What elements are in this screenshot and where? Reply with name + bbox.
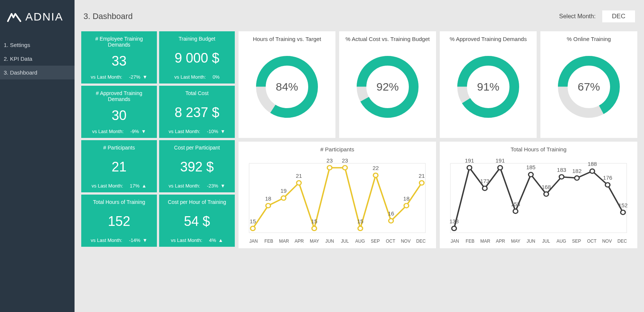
axis-month: OCT	[383, 239, 398, 244]
donut-card-1: % Actual Cost vs. Training Budget92%	[339, 31, 436, 138]
svg-text:183: 183	[557, 167, 566, 173]
kpi-delta-value: 4%	[209, 237, 216, 243]
kpi-title: Cost per Hour of Training	[168, 199, 226, 205]
mini-plot: 151819211523231522161821	[244, 155, 430, 237]
sidebar: ADNIA 1. Settings2. KPI Data3. Dashboard	[0, 0, 75, 312]
kpi-delta: -10%▼	[207, 129, 225, 134]
svg-point-40	[544, 192, 548, 196]
logo-text: ADNIA	[25, 10, 63, 23]
kpi-card-1: Training Budget9 000 $vs Last Month:0%	[159, 31, 235, 83]
svg-text:19: 19	[281, 188, 287, 194]
donut-card-0: Hours of Training vs. Target84%	[239, 31, 335, 138]
svg-text:23: 23	[326, 158, 333, 163]
kpi-value: 33	[111, 53, 126, 69]
svg-text:152: 152	[618, 202, 628, 208]
donut-chart: 92%	[354, 53, 421, 120]
kpi-delta: -9%▼	[130, 129, 146, 134]
month-select-label: Select Month:	[559, 13, 596, 20]
svg-point-38	[513, 209, 518, 214]
axis-month: JUL	[337, 239, 353, 244]
axis-month: JAN	[447, 239, 463, 244]
svg-text:168: 168	[542, 184, 551, 190]
kpi-delta-value: -9%	[130, 129, 139, 134]
mini-title: # Participants	[244, 146, 430, 152]
kpi-title: Total Cost	[185, 90, 208, 96]
kpi-title: Total Hours of Training	[93, 199, 145, 205]
trend-up-icon: ▲	[142, 183, 146, 189]
kpi-footer: vs Last Month:17%▲	[85, 183, 153, 189]
svg-point-20	[419, 181, 424, 185]
kpi-foot-label: vs Last Month:	[91, 74, 123, 80]
donut-chart: 67%	[555, 53, 622, 120]
svg-text:188: 188	[588, 161, 597, 167]
kpi-foot-label: vs Last Month:	[174, 74, 206, 80]
axis-month: FEB	[261, 239, 277, 244]
month-select-value[interactable]: DEC	[602, 10, 635, 22]
svg-text:191: 191	[465, 158, 474, 163]
mini-row: # Participants151819211523231522161821JA…	[239, 142, 637, 248]
kpi-delta: -23%▼	[207, 183, 225, 189]
kpi-delta-value: 0%	[212, 74, 220, 80]
sidebar-item-0[interactable]: 1. Settings	[0, 38, 75, 52]
kpi-card-7: Cost per Hour of Training54 $vs Last Mon…	[159, 195, 235, 247]
kpi-foot-label: vs Last Month:	[169, 183, 201, 189]
trend-down-icon: ▼	[143, 74, 148, 80]
svg-point-39	[528, 173, 533, 177]
kpi-footer: vs Last Month:4%▲	[163, 237, 231, 243]
donut-chart: 84%	[253, 53, 321, 120]
svg-text:15: 15	[357, 218, 363, 224]
axis-month: FEB	[463, 239, 478, 244]
kpi-card-6: Total Hours of Training152vs Last Month:…	[81, 195, 157, 247]
axis-month: MAR	[478, 239, 493, 244]
topbar: 3. Dashboard Select Month: DEC	[81, 0, 637, 31]
svg-point-37	[498, 166, 502, 170]
kpi-delta: 4%▲	[209, 237, 223, 243]
kpi-footer: vs Last Month:-10%▼	[163, 129, 231, 134]
axis-month: JUN	[523, 239, 539, 244]
axis-labels: JANFEBMARAPRMAYJUNJULAUGSEPOCTNOVDEC	[244, 237, 430, 245]
trend-down-icon: ▼	[141, 129, 146, 134]
mini-plot: 138191173191153185168183182188176152	[446, 155, 631, 237]
donut-card-2: % Approved Training Demands91%	[440, 31, 537, 138]
axis-month: OCT	[584, 239, 599, 244]
svg-text:153: 153	[511, 201, 520, 207]
donut-title: % Approved Training Demands	[450, 36, 527, 42]
axis-month: DEC	[413, 239, 429, 244]
svg-point-18	[389, 219, 393, 223]
svg-point-41	[559, 175, 564, 179]
month-select: Select Month: DEC	[559, 10, 635, 22]
kpi-foot-label: vs Last Month:	[171, 237, 202, 243]
sidebar-item-1[interactable]: 2. KPI Data	[0, 52, 75, 66]
donut-chart: 91%	[455, 53, 522, 120]
kpi-foot-label: vs Last Month:	[91, 237, 123, 243]
axis-month: NOV	[599, 239, 615, 244]
axis-month: AUG	[554, 239, 569, 244]
donut-percent: 84%	[253, 53, 321, 120]
trend-down-icon: ▼	[221, 129, 225, 134]
svg-text:16: 16	[388, 211, 394, 217]
kpi-foot-label: vs Last Month:	[169, 129, 201, 134]
axis-month: AUG	[353, 239, 368, 244]
kpi-delta-value: 17%	[130, 183, 139, 189]
axis-month: JAN	[246, 239, 261, 244]
kpi-delta: -14%▼	[129, 237, 147, 243]
kpi-grid: # Employee Training Demands33vs Last Mon…	[81, 31, 235, 248]
donut-percent: 92%	[354, 53, 421, 120]
svg-point-16	[358, 226, 363, 231]
kpi-foot-label: vs Last Month:	[92, 129, 124, 134]
axis-month: JUL	[539, 239, 554, 244]
kpi-card-4: # Participants21vs Last Month:17%▲	[81, 140, 157, 192]
kpi-value: 21	[111, 159, 126, 175]
kpi-title: Cost per Participant	[174, 145, 220, 151]
svg-point-43	[590, 169, 594, 173]
right-column: Hours of Training vs. Target84%% Actual …	[239, 31, 637, 248]
axis-month: MAY	[508, 239, 523, 244]
donut-card-3: % Online Training67%	[540, 31, 637, 138]
axis-month: SEP	[569, 239, 584, 244]
svg-point-44	[605, 183, 610, 187]
svg-text:21: 21	[419, 173, 425, 179]
sidebar-item-2[interactable]: 3. Dashboard	[0, 66, 75, 79]
svg-point-34	[452, 226, 456, 231]
svg-text:185: 185	[526, 165, 536, 170]
svg-point-15	[342, 166, 347, 170]
